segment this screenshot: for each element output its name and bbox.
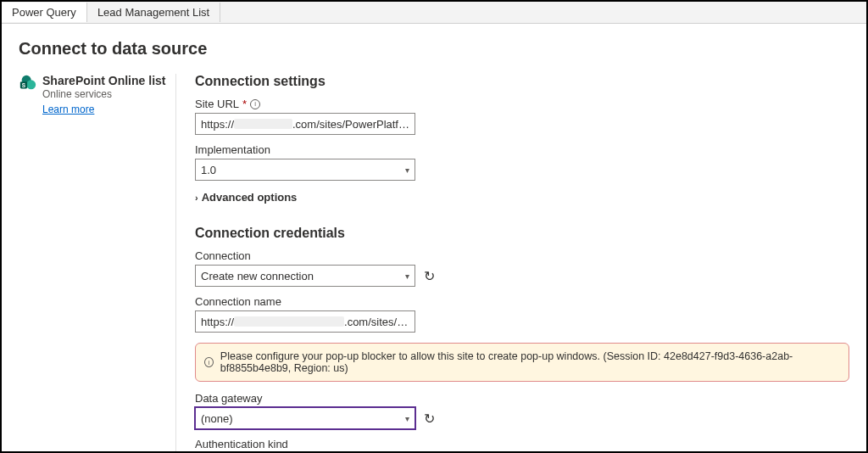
advanced-options-toggle[interactable]: ›Advanced options bbox=[195, 191, 849, 204]
tab-lead-mgmt[interactable]: Lead Management List bbox=[87, 3, 220, 22]
connection-dropdown[interactable]: Create new connection▾ bbox=[195, 265, 415, 287]
tab-power-query[interactable]: Power Query bbox=[2, 3, 87, 22]
chevron-down-icon: ▾ bbox=[405, 165, 409, 175]
svg-text:S: S bbox=[22, 82, 26, 88]
credentials-heading: Connection credentials bbox=[195, 226, 849, 241]
implementation-dropdown[interactable]: 1.0▾ bbox=[195, 159, 415, 181]
implementation-label: Implementation bbox=[195, 143, 849, 156]
info-icon[interactable]: i bbox=[250, 99, 260, 109]
connection-label: Connection bbox=[195, 249, 849, 262]
info-icon: i bbox=[204, 357, 214, 367]
popup-blocker-alert: i Please configure your pop-up blocker t… bbox=[195, 343, 849, 382]
connection-name-input[interactable]: https://.com/sites/… bbox=[195, 310, 415, 333]
gateway-label: Data gateway bbox=[195, 392, 849, 405]
page-title: Connect to data source bbox=[19, 39, 849, 59]
datasource-panel: S SharePoint Online list Online services… bbox=[19, 74, 175, 453]
gateway-dropdown[interactable]: (none)▾ bbox=[195, 407, 415, 429]
tab-bar: Power Query Lead Management List bbox=[2, 2, 866, 24]
chevron-down-icon: ▾ bbox=[405, 271, 409, 281]
refresh-icon[interactable]: ↻ bbox=[424, 268, 435, 284]
settings-heading: Connection settings bbox=[195, 74, 849, 89]
refresh-icon[interactable]: ↻ bbox=[424, 411, 435, 427]
svg-point-1 bbox=[26, 80, 36, 89]
sharepoint-icon: S bbox=[19, 74, 37, 92]
connection-name-label: Connection name bbox=[195, 295, 849, 308]
site-url-label: Site URL* i bbox=[195, 98, 849, 110]
learn-more-link[interactable]: Learn more bbox=[42, 103, 94, 115]
auth-kind-label: Authentication kind bbox=[195, 438, 849, 450]
chevron-right-icon: › bbox=[195, 193, 198, 203]
site-url-input[interactable]: https://.com/sites/PowerPlatf… bbox=[195, 113, 415, 135]
datasource-category: Online services bbox=[42, 88, 165, 100]
chevron-down-icon: ▾ bbox=[405, 414, 409, 423]
datasource-name: SharePoint Online list bbox=[42, 74, 165, 87]
